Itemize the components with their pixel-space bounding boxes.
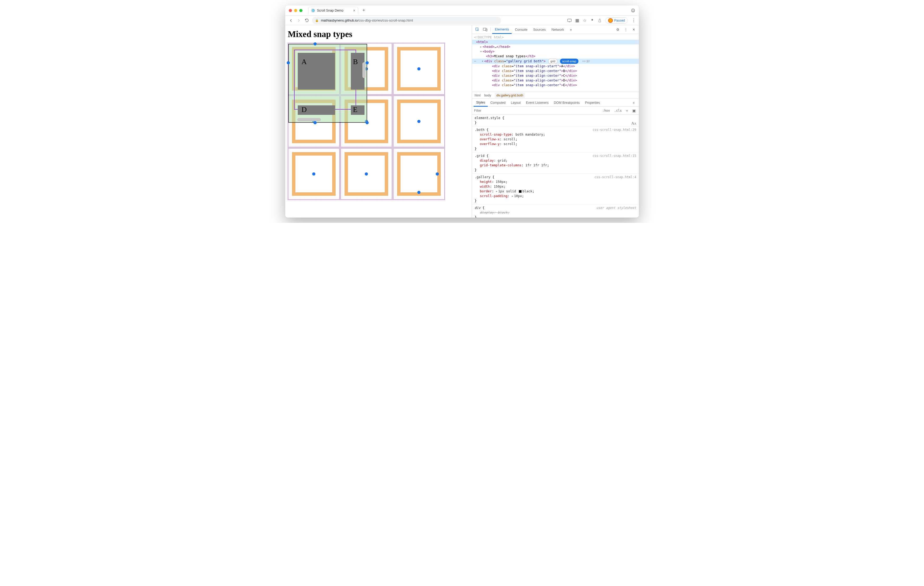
dom-line[interactable]: ▾<body> — [472, 49, 639, 54]
minimize-window-icon[interactable] — [294, 9, 297, 12]
svg-rect-1 — [568, 19, 571, 21]
lock-icon: 🔒 — [315, 19, 319, 22]
snap-point-icon — [417, 120, 421, 123]
dom-line[interactable]: <div class="item snap-align-center">B</d… — [472, 69, 639, 73]
dom-line[interactable]: <div class="item snap-align-center">D</d… — [472, 78, 639, 83]
style-rule[interactable]: element.style {} AA — [472, 115, 639, 126]
bookmark-star-icon[interactable]: ☆ — [583, 18, 587, 23]
address-bar: 🔒 mathiasbynens.github.io/css-dbg-storie… — [285, 16, 639, 25]
avatar — [608, 18, 613, 23]
close-tab-icon[interactable]: × — [353, 8, 355, 13]
browser-tab[interactable]: 🌐 Scroll Snap Demo × — [308, 7, 358, 14]
browser-window: 🌐 Scroll Snap Demo × + 🔒 mathiasbynens.g… — [285, 5, 639, 218]
url-bar[interactable]: 🔒 mathiasbynens.github.io/css-dbg-storie… — [312, 17, 501, 24]
color-swatch-icon[interactable] — [519, 190, 521, 193]
source-link: user agent stylesheet — [596, 205, 636, 210]
dom-line[interactable]: <h3>Mixed snap types</h3> — [472, 54, 639, 59]
subtab-properties[interactable]: Properties — [582, 99, 602, 107]
snap-tile — [340, 96, 393, 147]
tab-title: Scroll Snap Demo — [317, 9, 343, 12]
snap-tile — [288, 148, 340, 200]
globe-icon: 🌐 — [311, 9, 315, 12]
forward-button[interactable] — [296, 18, 302, 23]
cls-toggle[interactable]: .cls — [613, 109, 623, 112]
snap-tile — [340, 43, 393, 95]
qr-icon[interactable]: ▦ — [575, 18, 579, 23]
labs-icon[interactable] — [598, 18, 602, 23]
dom-line[interactable]: <html> — [472, 40, 639, 45]
snap-point-icon — [417, 191, 421, 194]
subtab-event-listeners[interactable]: Event Listeners — [523, 99, 551, 107]
kebab-menu-icon[interactable]: ⋮ — [622, 26, 629, 33]
back-button[interactable] — [288, 18, 294, 23]
snap-tile — [340, 148, 393, 200]
snap-point-icon — [436, 172, 439, 175]
style-rule[interactable]: css-scroll-snap.html:29 .both { scroll-s… — [472, 126, 639, 152]
breadcrumb: html body div.gallery.grid.both — [472, 92, 639, 99]
settings-gear-icon[interactable]: ⚙ — [614, 26, 622, 33]
crumb-item[interactable]: html — [475, 94, 481, 97]
dom-line[interactable]: <!DOCTYPE html> — [472, 35, 639, 40]
tab-overflow-icon[interactable] — [631, 8, 635, 13]
snap-tile — [393, 148, 445, 200]
styles-rules[interactable]: element.style {} AA css-scroll-snap.html… — [472, 115, 639, 218]
close-devtools-icon[interactable]: ✕ — [630, 26, 637, 33]
subtab-dom-breakpoints[interactable]: DOM Breakpoints — [551, 99, 582, 107]
devtools-panel: Elements Console Sources Network » ⚙ ⋮ ✕… — [472, 25, 639, 218]
style-rule[interactable]: css-scroll-snap.html:4 .gallery { height… — [472, 174, 639, 205]
close-window-icon[interactable] — [289, 9, 292, 12]
dom-line[interactable]: ▸<head>…</head> — [472, 45, 639, 49]
dom-line-selected[interactable]: ⋯ ▾<div class="gallery grid both"> grid … — [472, 59, 639, 64]
font-size-icon[interactable]: AA — [631, 121, 636, 126]
inspect-element-icon[interactable] — [474, 26, 481, 33]
snap-tile — [288, 96, 340, 147]
computed-toggle-icon[interactable]: ▣ — [631, 109, 637, 113]
source-link[interactable]: css-scroll-snap.html:4 — [594, 175, 636, 180]
dom-line[interactable]: <div class="item snap-align-center">C</d… — [472, 73, 639, 78]
dom-line[interactable]: <div class="item snap-align-start">A</di… — [472, 64, 639, 69]
maximize-window-icon[interactable] — [299, 9, 302, 12]
style-rule[interactable]: user agent stylesheet div { display: blo… — [472, 205, 639, 218]
subtab-styles[interactable]: Styles — [474, 99, 488, 107]
more-tabs-icon[interactable]: » — [567, 26, 574, 33]
titlebar: 🌐 Scroll Snap Demo × + — [285, 5, 639, 16]
snap-tile — [288, 43, 340, 95]
tab-console[interactable]: Console — [512, 25, 530, 34]
dom-line[interactable]: <div class="item snap-align-center">E</d… — [472, 83, 639, 87]
snap-tile — [393, 96, 445, 147]
new-tab-button[interactable]: + — [362, 8, 365, 13]
reload-button[interactable] — [304, 18, 309, 23]
subtab-computed[interactable]: Computed — [488, 99, 508, 107]
styles-filter-row: :hov .cls + ▣ — [472, 107, 639, 115]
tab-elements[interactable]: Elements — [492, 25, 512, 34]
tab-network[interactable]: Network — [549, 25, 567, 34]
extensions-icon[interactable] — [590, 18, 594, 22]
main-content: Mixed snap types A B D E — [285, 25, 639, 218]
kebab-menu-icon[interactable]: ⋮ — [632, 18, 636, 23]
styles-subtabs: Styles Computed Layout Event Listeners D… — [472, 99, 639, 107]
crumb-item-selected[interactable]: div.gallery.grid.both — [495, 93, 525, 98]
snap-grid-overlay — [288, 43, 469, 200]
svg-rect-4 — [483, 28, 486, 30]
tab-sources[interactable]: Sources — [531, 25, 548, 34]
styles-filter-input[interactable] — [474, 109, 599, 112]
source-link[interactable]: css-scroll-snap.html:15 — [592, 154, 636, 158]
snap-point-icon — [417, 67, 421, 71]
url-host: mathiasbynens.github.io — [321, 18, 358, 22]
more-subtabs-icon[interactable]: » — [630, 99, 637, 106]
profile-paused-chip[interactable]: Paused — [605, 17, 628, 24]
subtab-layout[interactable]: Layout — [508, 99, 523, 107]
hov-toggle[interactable]: :hov — [601, 109, 611, 112]
crumb-item[interactable]: body — [484, 94, 491, 97]
style-rule[interactable]: css-scroll-snap.html:15 .grid { display:… — [472, 152, 639, 174]
source-link[interactable]: css-scroll-snap.html:29 — [592, 127, 636, 132]
toolbar-right: ▦ ☆ Paused ⋮ — [568, 17, 636, 24]
device-toggle-icon[interactable] — [482, 26, 489, 33]
grid-badge[interactable]: grid — [548, 59, 557, 64]
scroll-snap-badge[interactable]: scroll-snap — [560, 59, 578, 64]
svg-point-0 — [632, 9, 635, 12]
dom-tree[interactable]: <!DOCTYPE html> <html> ▸<head>…</head> ▾… — [472, 34, 639, 92]
snap-point-icon — [312, 172, 315, 175]
device-icon[interactable] — [568, 19, 572, 22]
new-style-rule-icon[interactable]: + — [625, 109, 629, 113]
